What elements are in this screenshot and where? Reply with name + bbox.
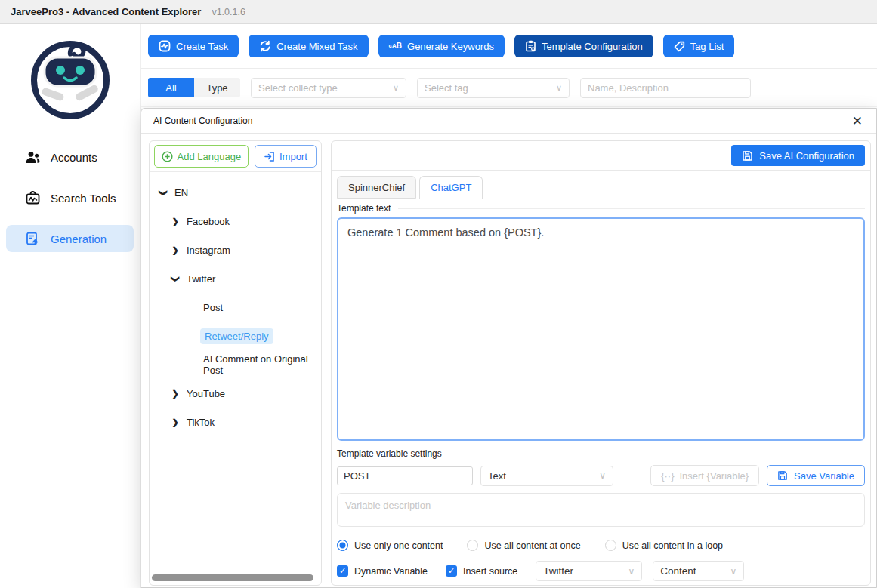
tab-chatgpt[interactable]: ChatGPT — [419, 176, 483, 199]
source-platform-value: Twitter — [543, 565, 573, 577]
source-content-select[interactable]: Content ∨ — [653, 561, 744, 581]
tag-select[interactable]: Select tag ∨ — [417, 78, 570, 98]
insert-variable-button[interactable]: {··} Insert {Variable} — [650, 465, 759, 486]
main-content-top: Create Task Create Mixed Task ᴄAB Genera… — [141, 24, 877, 108]
sidebar-item-label: Generation — [51, 232, 107, 245]
insert-variable-icon: {··} — [661, 470, 674, 482]
tag-list-button[interactable]: Tag List — [663, 35, 735, 57]
source-content-value: Content — [660, 565, 696, 577]
provider-tabs: SpinnerChief ChatGPT — [337, 176, 865, 199]
variable-name-input[interactable] — [337, 466, 473, 485]
name-description-search-input[interactable] — [580, 78, 751, 98]
robot-logo-icon — [26, 32, 114, 124]
checkbox-label: Dynamic Variable — [354, 566, 428, 577]
sidebar-item-generation[interactable]: Generation — [6, 225, 134, 252]
radio-use-only-one-content[interactable]: Use only one content — [337, 540, 443, 551]
chevron-collapsed-icon[interactable]: ❯ — [170, 245, 181, 255]
checkbox-insert-source[interactable]: ✓ Insert source — [446, 565, 517, 577]
button-label: Generate Keywords — [407, 41, 494, 52]
radio-label: Use only one content — [354, 540, 443, 551]
radio-selected-icon[interactable] — [337, 540, 348, 551]
tree-node-twitter[interactable]: ❯ Twitter — [150, 264, 321, 293]
accounts-icon — [26, 151, 40, 164]
content-mode-options: Use only one content Use all content at … — [337, 540, 865, 551]
template-configuration-button[interactable]: Template Configuration — [514, 35, 653, 57]
button-label: Create Task — [176, 41, 228, 52]
all-type-toggle: All Type — [148, 78, 240, 97]
radio-unselected-icon[interactable] — [605, 540, 616, 551]
button-label: Template Configuration — [542, 41, 643, 52]
tree-node-post[interactable]: Post — [150, 293, 321, 322]
template-text-area[interactable]: Generate 1 Comment based on {POST}. — [337, 217, 865, 441]
ai-content-configuration-dialog: AI Content Configuration ✕ Add Language … — [141, 108, 877, 588]
chevron-expanded-icon[interactable]: ❯ — [159, 187, 168, 198]
tree-node-label: Instagram — [187, 245, 230, 256]
tree-node-label: Facebook — [187, 216, 230, 227]
checkbox-checked-icon[interactable]: ✓ — [337, 565, 348, 577]
tree-node-label-selected: Retweet/Reply — [200, 328, 273, 344]
checkbox-label: Insert source — [463, 566, 517, 577]
app-logo — [0, 24, 140, 137]
ai-configuration-panel: Save AI Configuration SpinnerChief ChatG… — [331, 140, 871, 586]
import-icon — [264, 151, 275, 162]
tree-node-tiktok[interactable]: ❯ TikTok — [150, 408, 321, 436]
sidebar-item-label: Search Tools — [51, 192, 116, 205]
tree-node-label: EN — [174, 187, 188, 199]
create-mixed-task-icon — [259, 40, 271, 52]
save-icon — [777, 470, 788, 481]
search-tools-icon — [26, 191, 40, 205]
variable-type-value: Text — [488, 470, 506, 482]
chevron-collapsed-icon[interactable]: ❯ — [170, 389, 181, 399]
radio-use-all-content-in-a-loop[interactable]: Use all content in a loop — [605, 540, 723, 551]
tree-node-facebook[interactable]: ❯ Facebook — [150, 207, 321, 236]
tree-node-retweet-reply[interactable]: Retweet/Reply — [150, 322, 321, 350]
checkbox-dynamic-variable[interactable]: ✓ Dynamic Variable — [337, 565, 428, 577]
template-text-label: Template text — [337, 203, 865, 214]
chevron-expanded-icon[interactable]: ❯ — [171, 273, 181, 284]
button-label: Add Language — [178, 151, 242, 162]
save-variable-button[interactable]: Save Variable — [767, 465, 865, 486]
chevron-down-icon: ∨ — [599, 470, 606, 481]
tree-node-label: YouTube — [187, 388, 225, 399]
radio-unselected-icon[interactable] — [467, 540, 478, 551]
create-task-button[interactable]: Create Task — [148, 35, 239, 57]
tree-node-ai-comment-on-original-post[interactable]: AI Comment on Original Post — [150, 350, 321, 379]
checkbox-checked-icon[interactable]: ✓ — [446, 565, 457, 577]
tree-node-youtube[interactable]: ❯ YouTube — [150, 379, 321, 408]
sidebar-item-accounts[interactable]: Accounts — [6, 143, 134, 171]
add-language-button[interactable]: Add Language — [154, 145, 249, 168]
button-label: Save Variable — [794, 470, 854, 482]
chevron-collapsed-icon[interactable]: ❯ — [170, 217, 181, 226]
filter-all-button[interactable]: All — [148, 78, 194, 97]
template-configuration-icon — [525, 40, 536, 52]
import-button[interactable]: Import — [255, 145, 317, 168]
chevron-down-icon: ∨ — [393, 83, 399, 93]
create-mixed-task-button[interactable]: Create Mixed Task — [249, 35, 368, 57]
chevron-collapsed-icon[interactable]: ❯ — [170, 417, 181, 427]
horizontal-scrollbar-thumb[interactable] — [152, 574, 313, 581]
radio-use-all-content-at-once[interactable]: Use all content at once — [467, 540, 580, 551]
dialog-title: AI Content Configuration — [153, 115, 252, 126]
sidebar-item-search-tools[interactable]: Search Tools — [6, 184, 134, 211]
source-platform-select[interactable]: Twitter ∨ — [536, 561, 642, 581]
tree-node-instagram[interactable]: ❯ Instagram — [150, 236, 321, 264]
tree-node-en[interactable]: ❯ EN — [150, 178, 321, 207]
close-icon[interactable]: ✕ — [852, 115, 863, 128]
sidebar-item-label: Accounts — [51, 151, 97, 164]
tree-node-label: TikTok — [187, 417, 215, 428]
variable-settings-row: Text ∨ {··} Insert {Variable} Save Varia… — [337, 465, 865, 486]
filter-type-button[interactable]: Type — [194, 78, 240, 97]
save-row: Save AI Configuration — [332, 145, 870, 171]
variable-type-select[interactable]: Text ∨ — [480, 466, 613, 486]
generate-keywords-button[interactable]: ᴄAB Generate Keywords — [378, 35, 505, 57]
tree-node-label: Twitter — [187, 273, 215, 285]
save-ai-configuration-button[interactable]: Save AI Configuration — [731, 145, 865, 166]
generate-keywords-icon: ᴄAB — [389, 42, 402, 50]
collect-type-select[interactable]: Select collect type ∨ — [251, 78, 406, 98]
radio-label: Use all content at once — [484, 540, 580, 551]
chevron-down-icon: ∨ — [556, 83, 562, 93]
radio-label: Use all content in a loop — [622, 540, 723, 551]
tab-spinnerchief[interactable]: SpinnerChief — [337, 176, 416, 199]
variable-description-textarea[interactable] — [337, 493, 865, 527]
tree-node-label: AI Comment on Original Post — [203, 353, 321, 376]
